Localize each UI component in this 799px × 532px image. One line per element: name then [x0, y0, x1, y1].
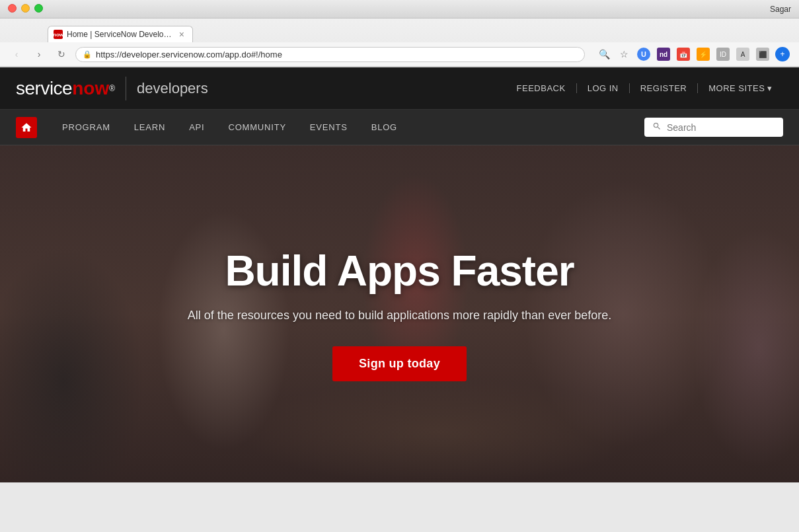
feedback-link[interactable]: FEEDBACK	[506, 83, 577, 93]
back-button[interactable]: ‹	[8, 46, 25, 63]
ext-cal-button[interactable]: 📅	[675, 46, 692, 63]
site-header-right: FEEDBACK LOG IN REGISTER MORE SITES ▾	[506, 83, 783, 93]
tab-title: Home | ServiceNow Developer	[67, 30, 175, 39]
nav-community[interactable]: COMMUNITY	[217, 122, 298, 132]
browser-chrome: now Home | ServiceNow Developer × ‹ › ↻ …	[0, 19, 799, 67]
active-tab[interactable]: now Home | ServiceNow Developer ×	[48, 26, 193, 42]
address-path: /app.do#!/home	[223, 50, 282, 59]
address-host: developer.servicenow.com	[122, 50, 222, 59]
logo-reg: ®	[109, 84, 115, 93]
lock-icon: 🔒	[83, 50, 92, 59]
zoom-button[interactable]: 🔍	[595, 46, 613, 63]
browser-tabs: now Home | ServiceNow Developer ×	[0, 19, 799, 42]
maximize-button[interactable]	[34, 4, 43, 13]
ext-u-button[interactable]: U	[635, 46, 652, 63]
more-sites-link[interactable]: MORE SITES ▾	[698, 83, 783, 93]
login-link[interactable]: LOG IN	[577, 83, 630, 93]
ext-nd-button[interactable]: nd	[655, 46, 672, 63]
site-nav: PROGRAM LEARN API COMMUNITY EVENTS BLOG	[0, 110, 799, 145]
more-sites-label: MORE SITES ▾	[708, 83, 773, 93]
tab-favicon: now	[54, 30, 63, 39]
address-text: https://developer.servicenow.com/app.do#…	[96, 50, 578, 59]
hero-subtitle: All of the resources you need to build a…	[188, 309, 611, 323]
home-nav-button[interactable]	[16, 117, 37, 138]
profile-button[interactable]: +	[774, 46, 791, 63]
logo-now: now	[72, 78, 109, 99]
browser-toolbar: ‹ › ↻ 🔒 https://developer.servicenow.com…	[0, 42, 799, 67]
ext-screen-button[interactable]: ⬛	[754, 46, 771, 63]
nav-api[interactable]: API	[177, 122, 216, 132]
site-logo: servicenow® developers	[16, 77, 208, 100]
ext-rss-button[interactable]: ⚡	[695, 46, 712, 63]
browser-extensions: 🔍 ☆ U nd 📅 ⚡ ID A ⬛ +	[595, 46, 791, 63]
nav-program[interactable]: PROGRAM	[50, 122, 122, 132]
inactive-tab[interactable]	[193, 37, 209, 42]
forward-button[interactable]: ›	[30, 46, 48, 63]
nav-links: PROGRAM LEARN API COMMUNITY EVENTS BLOG	[50, 122, 409, 132]
address-protocol: https://	[96, 50, 122, 59]
signup-button[interactable]: Sign up today	[332, 346, 467, 381]
logo-service: service	[16, 78, 72, 99]
logo-developers: developers	[137, 80, 208, 97]
website: servicenow® developers FEEDBACK LOG IN R…	[0, 67, 799, 482]
address-bar[interactable]: 🔒 https://developer.servicenow.com/app.d…	[75, 47, 585, 62]
bookmark-button[interactable]: ☆	[615, 46, 632, 63]
search-input[interactable]	[667, 122, 775, 133]
hero-title: Build Apps Faster	[188, 247, 611, 295]
close-button[interactable]	[8, 4, 17, 13]
search-bar[interactable]	[644, 118, 783, 137]
ext-id-button[interactable]: ID	[714, 46, 732, 63]
ext-a-button[interactable]: A	[734, 46, 751, 63]
os-user-label: Sagar	[770, 5, 791, 14]
os-titlebar: Sagar	[0, 0, 799, 19]
register-link[interactable]: REGISTER	[630, 83, 698, 93]
tab-close-button[interactable]: ×	[179, 29, 184, 40]
home-icon	[20, 122, 32, 133]
minimize-button[interactable]	[21, 4, 30, 13]
nav-learn[interactable]: LEARN	[122, 122, 177, 132]
logo-divider	[126, 77, 126, 100]
nav-events[interactable]: EVENTS	[298, 122, 360, 132]
hero-content: Build Apps Faster All of the resources y…	[188, 247, 611, 381]
nav-blog[interactable]: BLOG	[360, 122, 409, 132]
os-window-controls[interactable]	[8, 4, 43, 13]
site-header: servicenow® developers FEEDBACK LOG IN R…	[0, 67, 799, 110]
hero-section: Build Apps Faster All of the resources y…	[0, 145, 799, 482]
search-icon	[652, 122, 662, 133]
reload-button[interactable]: ↻	[53, 46, 70, 63]
